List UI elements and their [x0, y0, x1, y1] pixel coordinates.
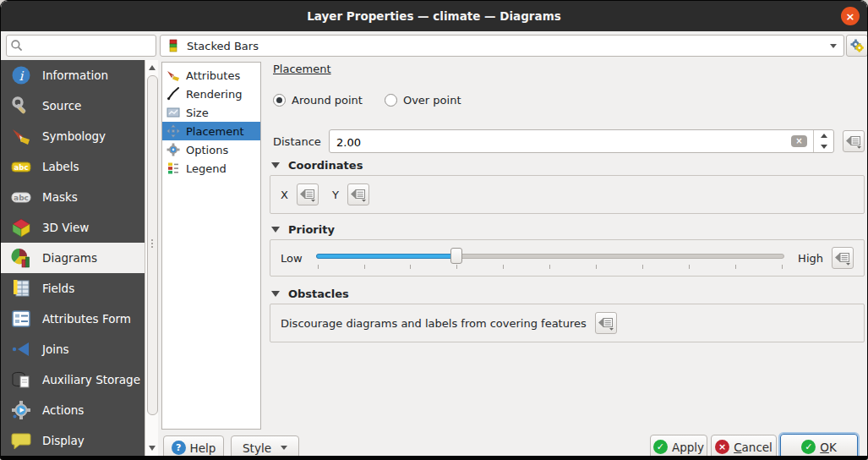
sidebar-scrollbar[interactable] [145, 60, 158, 456]
sidebar-item-joins[interactable]: Joins [1, 334, 145, 364]
cross-icon: × [715, 440, 729, 454]
priority-high-label: High [798, 252, 823, 265]
y-coordinate-override-button[interactable] [347, 183, 369, 205]
sidebar-item-attributes-form[interactable]: Attributes Form [1, 304, 145, 334]
speech-bubble-icon [11, 430, 31, 451]
stacked-bars-icon [167, 39, 180, 52]
sidebar-item-label: Information [42, 68, 108, 82]
tab-label: Size [186, 107, 209, 119]
svg-text:abc: abc [14, 194, 29, 202]
sidebar-item-label: Source [42, 99, 81, 112]
cancel-label: Cancel [734, 441, 772, 454]
help-button[interactable]: ? Help [163, 435, 224, 460]
data-defined-override-icon [845, 134, 862, 149]
sidebar-item-fields[interactable]: Fields [1, 273, 145, 304]
style-button[interactable]: Style [231, 435, 299, 460]
close-button[interactable]: × [841, 7, 860, 25]
move-arrows-icon [167, 124, 180, 138]
page-title: Placement [273, 63, 331, 75]
diagram-tab-list: Attributes Rendering Size [161, 62, 261, 430]
cancel-button[interactable]: × Cancel [711, 435, 777, 459]
data-defined-override-icon [299, 187, 316, 202]
cube-icon [11, 217, 31, 238]
radio-button-icon[interactable] [385, 94, 397, 107]
priority-slider-ticks [318, 265, 783, 269]
y-coordinate-label: Y [332, 189, 339, 201]
sidebar-item-label: Labels [42, 160, 79, 173]
scroll-down-icon[interactable] [149, 446, 156, 451]
collapse-triangle-icon [271, 291, 280, 297]
tab-attributes[interactable]: Attributes [162, 66, 260, 85]
title-bar[interactable]: Layer Properties — climate — Diagrams × [1, 1, 867, 31]
tab-label: Legend [186, 162, 227, 175]
radio-button-icon[interactable] [273, 94, 286, 107]
ok-button[interactable]: ✓ OK [780, 434, 858, 460]
sidebar-item-information[interactable]: i Information [1, 60, 145, 90]
sidebar-item-diagrams[interactable]: Diagrams [1, 243, 145, 273]
spin-up-icon[interactable] [814, 130, 833, 141]
radio-over-point[interactable]: Over point [385, 94, 461, 107]
group-title: Coordinates [288, 159, 363, 172]
sidebar-item-label: Joins [42, 342, 69, 356]
window-title: Layer Properties — climate — Diagrams [307, 9, 561, 23]
diagram-type-select[interactable]: Stacked Bars [160, 35, 844, 57]
layer-properties-dialog: Layer Properties — climate — Diagrams × … [0, 0, 868, 460]
tab-legend[interactable]: Legend [162, 159, 260, 178]
svg-text:abc: abc [14, 163, 29, 172]
sidebar-item-masks[interactable]: abc Masks [1, 182, 145, 212]
x-coordinate-override-button[interactable] [297, 183, 319, 205]
search-input[interactable] [6, 35, 156, 57]
search-icon [10, 39, 24, 52]
tab-options[interactable]: Options [162, 140, 260, 159]
sidebar-item-actions[interactable]: Actions [1, 395, 145, 425]
tab-label: Options [186, 144, 228, 156]
apply-label: Apply [672, 441, 704, 454]
x-coordinate-label: X [281, 189, 288, 201]
sidebar-item-display[interactable]: Display [1, 425, 145, 456]
obstacles-override-button[interactable] [595, 312, 617, 334]
sidebar-item-labels[interactable]: abc Labels [1, 151, 145, 182]
tab-label: Rendering [186, 88, 242, 101]
scroll-up-icon[interactable] [149, 65, 156, 70]
sidebar-item-auxiliary-storage[interactable]: Auxiliary Storage [1, 364, 145, 395]
check-icon: ✓ [801, 440, 816, 454]
priority-group-header[interactable]: Priority [271, 223, 335, 236]
priority-slider-handle[interactable] [450, 248, 462, 264]
tab-size[interactable]: Size [162, 103, 260, 122]
placement-mode-radios: Around point Over point [273, 94, 461, 107]
automated-placement-settings-button[interactable] [846, 35, 868, 57]
scrollbar-handle[interactable] [147, 75, 158, 415]
properties-sidebar: i Information Source Symbology abc [1, 60, 145, 456]
clear-icon[interactable]: × [791, 135, 807, 147]
diagram-type-value: Stacked Bars [187, 40, 259, 52]
obstacles-group: Discourage diagrams and labels from cove… [270, 304, 865, 342]
tab-placement[interactable]: Placement [162, 122, 260, 140]
sidebar-item-source[interactable]: Source [1, 90, 145, 121]
radio-around-point[interactable]: Around point [273, 94, 363, 107]
join-arrow-icon [11, 339, 31, 359]
distance-input[interactable] [335, 132, 761, 152]
pie-chart-icon [11, 248, 31, 268]
group-title: Obstacles [288, 288, 349, 300]
database-page-icon [11, 370, 31, 390]
priority-slider[interactable] [316, 245, 785, 271]
help-label: Help [190, 441, 216, 455]
sidebar-item-label: Actions [42, 403, 84, 417]
information-icon: i [11, 65, 31, 85]
spin-down-icon[interactable] [814, 141, 833, 152]
apply-button[interactable]: ✓ Apply [650, 435, 707, 459]
size-image-icon [167, 106, 180, 119]
distance-override-button[interactable] [843, 130, 865, 152]
sidebar-item-symbology[interactable]: Symbology [1, 121, 145, 151]
radio-label: Over point [403, 94, 461, 107]
abc-label-icon: abc [11, 156, 31, 177]
sidebar-item-label: Symbology [42, 129, 106, 143]
wrench-icon [11, 96, 31, 116]
priority-low-label: Low [281, 252, 303, 265]
obstacles-group-header[interactable]: Obstacles [271, 288, 349, 300]
priority-override-button[interactable] [832, 247, 854, 269]
sidebar-item-3d-view[interactable]: 3D View [1, 212, 145, 243]
tab-rendering[interactable]: Rendering [162, 85, 260, 103]
help-icon: ? [172, 441, 186, 455]
coordinates-group-header[interactable]: Coordinates [271, 159, 363, 172]
